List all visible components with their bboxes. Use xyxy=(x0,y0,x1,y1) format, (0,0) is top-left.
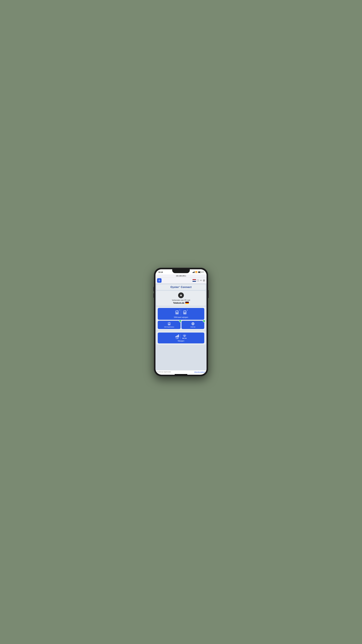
wlan-icon xyxy=(183,334,186,337)
app-title: Oyster© Connect xyxy=(158,286,204,288)
url-text: 192.168.240.1 xyxy=(176,275,186,277)
provider-name: Telekom.de xyxy=(173,302,185,304)
signal-strength-icon xyxy=(192,271,195,273)
sim1-icon-wrap: 1 xyxy=(175,310,179,315)
wijzigen-label: Wijzigen xyxy=(178,340,184,342)
volume-down-button[interactable] xyxy=(153,293,154,298)
lte-section: LTE xyxy=(175,334,181,339)
svg-rect-6 xyxy=(185,312,186,313)
battery-percent: 77 xyxy=(202,271,204,273)
main-content: Oyster© Connect Verbonden via LTE met Te… xyxy=(155,284,207,370)
signal-circle xyxy=(178,292,184,298)
wlan-section: WLAN xyxy=(181,334,187,339)
svg-rect-1 xyxy=(176,312,177,313)
power-button[interactable] xyxy=(208,290,209,298)
app-title-text: Oyster© Connect xyxy=(170,286,192,288)
toolbar: ⚙ i ☀ ⏻ xyxy=(155,278,207,284)
sim-status-button[interactable]: ✓ SIM-kaartstatus xyxy=(158,321,181,329)
internet-label: Internet xyxy=(190,326,195,328)
svg-rect-7 xyxy=(184,313,186,314)
svg-rect-10 xyxy=(169,324,170,324)
internet-icon xyxy=(191,322,195,326)
navigation-icon xyxy=(179,294,183,297)
svg-rect-9 xyxy=(168,324,169,324)
svg-rect-3 xyxy=(176,313,178,314)
info-button[interactable]: i xyxy=(197,279,199,282)
connection-card: Verbonden via LTE met Telekom.de xyxy=(156,291,206,306)
netherlands-flag-icon[interactable] xyxy=(192,279,196,282)
gear-icon: ⚙ xyxy=(158,279,160,282)
browser-url-bar[interactable]: 192.168.240.1 xyxy=(155,274,207,278)
battery-icon xyxy=(198,271,201,273)
sim-change-content: 1 xyxy=(174,310,188,318)
svg-rect-2 xyxy=(177,312,178,313)
svg-point-17 xyxy=(184,337,185,337)
notch xyxy=(172,269,190,273)
status-time: 13:14 xyxy=(158,271,163,273)
internet-check-badge: ✓ xyxy=(203,320,205,322)
brightness-button[interactable]: ☀ xyxy=(200,279,202,282)
sim1-icon xyxy=(175,310,179,315)
lte-wlan-icons: LTE WLAN xyxy=(175,334,187,339)
sim1-number: 1 xyxy=(179,310,180,311)
sim-actions-card: 1 xyxy=(156,307,206,330)
lte-label: LTE xyxy=(176,338,178,339)
connection-text: Verbonden via LTE met xyxy=(172,299,190,301)
sim2-number: 2 xyxy=(187,310,188,311)
footer: © 2024 ten Haaft GmbH. https://ten-haaft… xyxy=(155,370,207,374)
action-buttons-row: ✓ SIM-kaartstatus ✓ xyxy=(158,321,204,329)
lte-bars-icon xyxy=(175,334,179,337)
lte-wlan-card: LTE WLAN xyxy=(156,331,206,345)
footer-link[interactable]: https://ten-haaft.de xyxy=(194,371,205,373)
svg-rect-11 xyxy=(168,324,170,325)
home-indicator[interactable] xyxy=(175,374,187,375)
internet-button[interactable]: ✓ Internet xyxy=(181,321,204,329)
sim2-icon-wrap: 2 xyxy=(183,310,187,315)
germany-flag-icon xyxy=(185,302,189,304)
sim-status-icon xyxy=(167,322,171,326)
provider-row: Telekom.de xyxy=(173,302,189,304)
sim2-icon xyxy=(183,310,187,315)
sim-change-button[interactable]: 1 xyxy=(158,308,204,320)
sim-change-label: SIM-kaart wijzigen xyxy=(174,316,188,318)
power-icon[interactable]: ⏻ xyxy=(203,279,205,282)
wifi-icon: 📶 xyxy=(195,271,197,273)
sim-icons-row: 1 xyxy=(175,310,187,315)
toolbar-right: i ☀ ⏻ xyxy=(192,279,205,282)
sim-status-label: SIM-kaartstatus xyxy=(164,326,174,328)
footer-copyright: © 2024 ten Haaft GmbH. xyxy=(157,371,171,373)
svg-rect-5 xyxy=(184,312,185,313)
status-icons: 📶 77 xyxy=(192,271,204,273)
sim-status-check-badge: ✓ xyxy=(179,320,181,322)
lte-wlan-button[interactable]: LTE WLAN xyxy=(158,332,204,344)
app-title-card: Oyster© Connect xyxy=(156,284,206,290)
wlan-label: WLAN xyxy=(182,338,187,339)
settings-button[interactable]: ⚙ xyxy=(157,278,162,283)
volume-up-button[interactable] xyxy=(153,287,154,291)
